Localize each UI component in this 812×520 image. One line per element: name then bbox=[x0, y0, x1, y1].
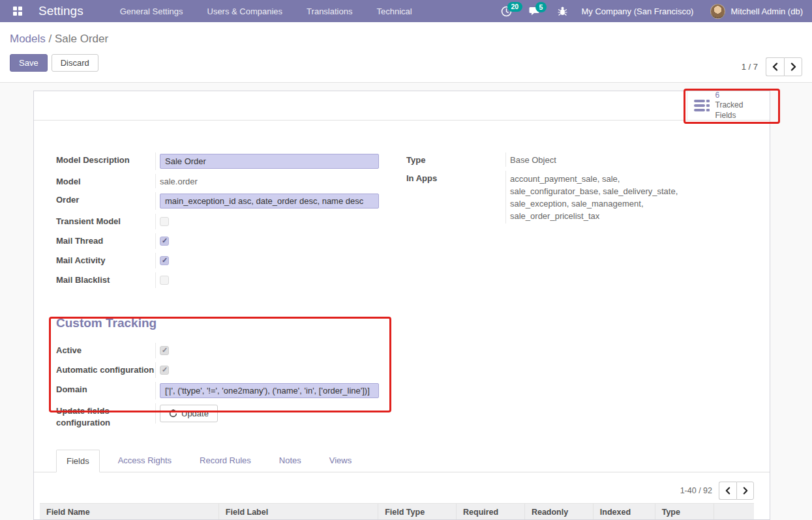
order-input[interactable] bbox=[160, 194, 379, 209]
control-panel: Models / Sale Order Save Discard 1 / 7 bbox=[0, 22, 812, 83]
in-apps-value: account_payment_sale, sale, sale_configu… bbox=[505, 171, 706, 224]
systray: 20 5 My Company (San Francisco) Mitchell… bbox=[501, 4, 812, 19]
list-bars-icon bbox=[694, 100, 710, 112]
model-value: sale.order bbox=[155, 174, 406, 188]
user-avatar[interactable] bbox=[710, 4, 725, 19]
model-description-input[interactable] bbox=[160, 154, 379, 169]
breadcrumb: Models / Sale Order bbox=[10, 33, 802, 46]
mail-activity-checkbox[interactable] bbox=[160, 256, 169, 265]
list-pager-value: 1-40 / 92 bbox=[680, 486, 712, 495]
column-readonly[interactable]: Readonly bbox=[524, 504, 593, 520]
tracked-fields-count: 6 bbox=[715, 91, 764, 100]
in-apps-label: In Apps bbox=[406, 171, 505, 184]
fields-list-table: Field Name Field Label Field Type Requir… bbox=[40, 503, 754, 520]
record-pager-value: 1 / 7 bbox=[742, 62, 758, 72]
form-statusbar: 6 Tracked Fields bbox=[34, 91, 770, 121]
update-button-label: Update bbox=[181, 409, 209, 418]
form-right-group: Type Base Object In Apps account_payment… bbox=[406, 151, 747, 290]
app-menu: General Settings Users & Companies Trans… bbox=[120, 7, 412, 16]
apps-menu-icon[interactable] bbox=[13, 7, 22, 16]
mail-blacklist-checkbox[interactable] bbox=[160, 276, 169, 285]
column-type[interactable]: Type bbox=[655, 504, 714, 520]
automatic-configuration-label: Automatic configuration bbox=[56, 362, 155, 376]
active-checkbox[interactable] bbox=[160, 346, 169, 355]
order-label: Order bbox=[56, 192, 155, 206]
messages-button[interactable]: 5 bbox=[529, 6, 541, 16]
list-pager-previous[interactable] bbox=[719, 482, 736, 500]
update-fields-configuration-label: Update fields configuration bbox=[56, 403, 155, 428]
mail-thread-checkbox[interactable] bbox=[160, 237, 169, 246]
save-button[interactable]: Save bbox=[10, 54, 48, 72]
activities-button[interactable]: 20 bbox=[501, 6, 512, 17]
notebook-tabs: Fields Access Rights Record Rules Notes … bbox=[34, 450, 770, 472]
custom-tracking-title: Custom Tracking bbox=[56, 316, 747, 330]
domain-input[interactable] bbox=[160, 383, 379, 398]
tab-notes[interactable]: Notes bbox=[269, 450, 311, 472]
chevron-right-icon bbox=[790, 63, 796, 71]
tracked-fields-label: Tracked Fields bbox=[715, 100, 764, 121]
company-switcher[interactable]: My Company (San Francisco) bbox=[582, 7, 694, 16]
update-button[interactable]: Update bbox=[160, 405, 218, 422]
breadcrumb-separator: / bbox=[46, 33, 55, 45]
form-left-group: Model Description Model sale.order Order… bbox=[56, 151, 406, 290]
domain-label: Domain bbox=[56, 382, 155, 396]
mail-blacklist-label: Mail Blacklist bbox=[56, 272, 155, 286]
discard-button[interactable]: Discard bbox=[52, 54, 98, 72]
tab-views[interactable]: Views bbox=[320, 450, 361, 472]
column-field-name[interactable]: Field Name bbox=[40, 504, 218, 520]
custom-tracking-group: Active Automatic configuration Domain Up… bbox=[56, 341, 406, 430]
activities-badge: 20 bbox=[507, 2, 523, 12]
current-app-title[interactable]: Settings bbox=[38, 4, 83, 18]
mail-activity-label: Mail Activity bbox=[56, 253, 155, 267]
record-pager-next[interactable] bbox=[784, 57, 802, 76]
column-field-label[interactable]: Field Label bbox=[218, 504, 378, 520]
tab-fields[interactable]: Fields bbox=[56, 450, 100, 472]
active-label: Active bbox=[56, 343, 155, 356]
menu-users-companies[interactable]: Users & Companies bbox=[207, 7, 283, 16]
menu-translations[interactable]: Translations bbox=[307, 7, 352, 16]
debug-button[interactable] bbox=[558, 6, 567, 16]
chevron-left-icon bbox=[772, 63, 778, 71]
top-navbar: Settings General Settings Users & Compan… bbox=[0, 0, 812, 22]
automatic-configuration-checkbox[interactable] bbox=[160, 366, 169, 375]
menu-general-settings[interactable]: General Settings bbox=[120, 7, 183, 16]
tracked-fields-button[interactable]: 6 Tracked Fields bbox=[687, 91, 770, 120]
chevron-left-icon bbox=[725, 487, 730, 495]
menu-technical[interactable]: Technical bbox=[376, 7, 412, 16]
type-label: Type bbox=[406, 152, 505, 166]
notebook: Fields Access Rights Record Rules Notes … bbox=[34, 450, 770, 520]
record-pager-previous[interactable] bbox=[766, 57, 784, 76]
column-required[interactable]: Required bbox=[457, 504, 525, 520]
table-header-row: Field Name Field Label Field Type Requir… bbox=[40, 504, 754, 520]
list-pager-next[interactable] bbox=[736, 482, 754, 500]
messages-badge: 5 bbox=[535, 2, 547, 12]
model-label: Model bbox=[56, 174, 155, 188]
tab-access-rights[interactable]: Access Rights bbox=[108, 450, 181, 472]
refresh-icon bbox=[169, 409, 177, 418]
form-sheet: 6 Tracked Fields Model Description Model… bbox=[33, 91, 770, 520]
mail-thread-label: Mail Thread bbox=[56, 233, 155, 247]
tab-record-rules[interactable]: Record Rules bbox=[190, 450, 261, 472]
chevron-right-icon bbox=[743, 487, 748, 495]
breadcrumb-current: Sale Order bbox=[55, 33, 108, 45]
breadcrumb-models-link[interactable]: Models bbox=[10, 33, 46, 45]
model-description-label: Model Description bbox=[56, 152, 155, 166]
user-menu[interactable]: Mitchell Admin (db) bbox=[730, 7, 803, 16]
transient-model-checkbox[interactable] bbox=[160, 217, 169, 226]
type-value: Base Object bbox=[505, 152, 747, 167]
column-indexed[interactable]: Indexed bbox=[593, 504, 655, 520]
transient-model-label: Transient Model bbox=[56, 214, 155, 227]
column-field-type[interactable]: Field Type bbox=[378, 504, 457, 520]
bug-icon bbox=[558, 6, 567, 16]
